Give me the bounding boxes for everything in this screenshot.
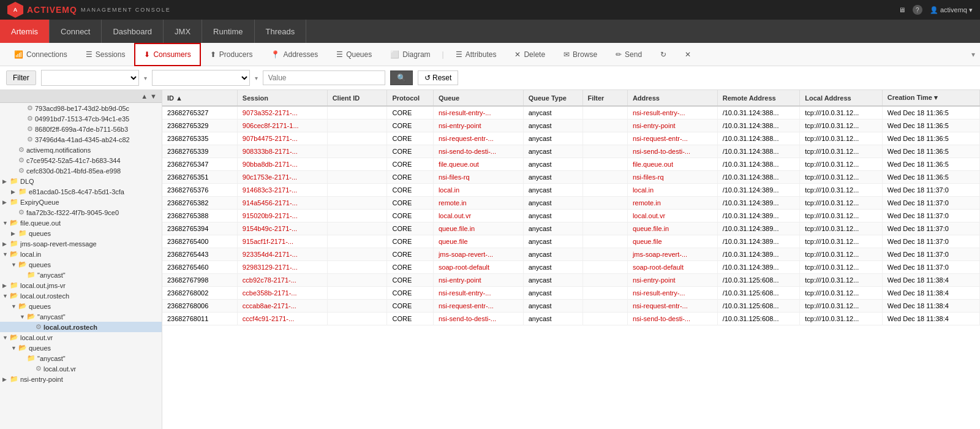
tab-producers[interactable]: ⬆ Producers [201, 43, 262, 66]
table-cell[interactable]: nsi-entry-point [627, 120, 717, 132]
sidebar-item-anycast2[interactable]: ▼ 📂 "anycast" [0, 311, 162, 322]
table-cell[interactable]: nsi-result-entry-... [627, 106, 717, 120]
sidebar-item-jmssoap[interactable]: ▶ 📁 jms-soap-revert-message [0, 238, 162, 249]
table-cell[interactable]: 915acf1f-2171-... [237, 235, 327, 248]
col-header-session[interactable]: Session [237, 90, 327, 106]
table-row[interactable]: 23682768006cccab8ae-2171-...COREnsi-requ… [162, 300, 980, 313]
table-cell[interactable]: 90bba8db-2171-... [237, 158, 327, 171]
table-cell[interactable]: nsi-files-rq [627, 171, 717, 184]
sidebar-item-localoutvr-leaf[interactable]: ⚙ local.out.vr [0, 363, 162, 374]
table-row[interactable]: 23682765443923354d4-2171-...COREjms-soap… [162, 248, 980, 261]
table-cell[interactable]: 915020b9-2171-... [237, 210, 327, 222]
table-cell[interactable]: 907b4475-2171-... [237, 132, 327, 145]
nav-connect[interactable]: Connect [50, 20, 102, 43]
sidebar-item-c7ce[interactable]: ⚙ c7ce9542-52a5-41c7-b683-344 [0, 155, 162, 165]
table-cell[interactable]: nsi-request-entr-... [627, 300, 717, 313]
table-cell[interactable]: queue.file.in [433, 222, 523, 235]
tab-diagram[interactable]: ⬜ Diagram [381, 43, 439, 66]
nav-jmx[interactable]: JMX [164, 20, 202, 43]
table-cell[interactable]: file.queue.out [433, 158, 523, 171]
help-icon[interactable]: ? [913, 5, 922, 15]
table-cell[interactable]: queue.file [433, 235, 523, 248]
tab-addresses[interactable]: 📍 Addresses [262, 43, 327, 66]
col-header-id[interactable]: ID ▲ [162, 90, 237, 106]
sidebar-item-gear2[interactable]: ⚙ 04991bd7-1513-47cb-94c1-e35 [0, 113, 162, 124]
table-row[interactable]: 23682765382914a5456-2171-...COREremote.i… [162, 197, 980, 210]
tab-connections[interactable]: 📶 Connections [5, 43, 77, 66]
table-cell[interactable]: nsi-entry-point [433, 274, 523, 287]
table-cell[interactable]: nsi-send-to-desti-... [433, 313, 523, 325]
table-row[interactable]: 2368276546092983129-2171-...COREsoap-roo… [162, 261, 980, 274]
table-row[interactable]: 236827653949154b49c-2171-...COREqueue.fi… [162, 222, 980, 235]
sidebar-item-anycast3[interactable]: 📁 "anycast" [0, 353, 162, 363]
table-cell[interactable]: queue.file.in [627, 222, 717, 235]
nav-threads[interactable]: Threads [255, 20, 307, 43]
sidebar-item-gear4[interactable]: ⚙ 37496d4a-41ad-4345-ab24-c82 [0, 134, 162, 145]
table-cell[interactable]: soap-root-default [627, 261, 717, 274]
tab-send[interactable]: ✏ Send [606, 43, 651, 66]
sidebar-item-dlq[interactable]: ▶ 📁 DLQ [0, 176, 162, 186]
table-cell[interactable]: 92983129-2171-... [237, 261, 327, 274]
table-cell[interactable]: local.in [433, 184, 523, 197]
monitor-icon[interactable]: 🖥 [899, 6, 905, 13]
tab-delete[interactable]: ✕ Delete [505, 43, 554, 66]
table-cell[interactable]: nsi-result-entry-... [433, 106, 523, 120]
table-cell[interactable]: 914683c3-2171-... [237, 184, 327, 197]
tab-consumers[interactable]: ⬇ Consumers [134, 43, 200, 66]
table-cell[interactable]: 906cec8f-2171-1... [237, 120, 327, 132]
table-cell[interactable]: remote.in [627, 197, 717, 210]
table-cell[interactable]: 914a5456-2171-... [237, 197, 327, 210]
tab-queues[interactable]: ☰ Queues [327, 43, 381, 66]
sidebar-item-gear1[interactable]: ⚙ 793acd98-be17-43d2-bb9d-05c [0, 103, 162, 113]
sidebar-item-localoutvr[interactable]: ▶ 📁 local.out.jms-vr [0, 280, 162, 290]
nav-dashboard[interactable]: Dashboard [102, 20, 164, 43]
sidebar-item-faa7[interactable]: ⚙ faa72b3c-f322-4f7b-9045-9ce0 [0, 207, 162, 218]
sidebar-item-queues1[interactable]: ▶ 📁 queues [0, 228, 162, 238]
filter-reset-button[interactable]: ↺ Reset [418, 70, 459, 85]
table-cell[interactable]: jms-soap-revert-... [433, 248, 523, 261]
sidebar-item-activemq[interactable]: ⚙ activemq.notifications [0, 145, 162, 155]
filter-op-select[interactable] [152, 70, 250, 86]
col-header-remote[interactable]: Remote Address [717, 90, 800, 106]
table-row[interactable]: 23682768002ccbe358b-2171-...COREnsi-resu… [162, 287, 980, 300]
table-cell[interactable]: local.in [627, 184, 717, 197]
table-row[interactable]: 2368276535190c1753e-2171-...COREnsi-file… [162, 171, 980, 184]
sidebar-item-nsientrypoint[interactable]: ▶ 📁 nsi-entry-point [0, 374, 162, 384]
col-header-local[interactable]: Local Address [800, 90, 883, 106]
col-header-protocol[interactable]: Protocol [387, 90, 433, 106]
sidebar-item-gear3[interactable]: ⚙ 8680f2ff-699a-47de-b711-56b3 [0, 124, 162, 134]
table-cell[interactable]: nsi-files-rq [433, 171, 523, 184]
table-cell[interactable]: cccab8ae-2171-... [237, 300, 327, 313]
table-row[interactable]: 23682765400915acf1f-2171-...COREqueue.fi… [162, 235, 980, 248]
nav-artemis[interactable]: Artemis [0, 20, 50, 43]
tab-close[interactable]: ✕ [676, 43, 700, 66]
table-cell[interactable]: nsi-send-to-desti-... [627, 145, 717, 158]
table-cell[interactable]: nsi-send-to-desti-... [433, 145, 523, 158]
table-cell[interactable]: local.out.vr [433, 210, 523, 222]
table-row[interactable]: 23682767998ccb92c78-2171-...COREnsi-entr… [162, 274, 980, 287]
tab-attributes[interactable]: ☰ Attributes [447, 43, 506, 66]
filter-field-select[interactable] [41, 70, 139, 86]
sidebar-item-queues3[interactable]: ▼ 📂 queues [0, 301, 162, 311]
table-cell[interactable]: nsi-request-entr-... [433, 132, 523, 145]
table-row[interactable]: 236827653279073a352-2171-...COREnsi-resu… [162, 106, 980, 120]
filter-value-input[interactable] [263, 70, 385, 85]
col-header-address[interactable]: Address [627, 90, 717, 106]
table-row[interactable]: 23682765376914683c3-2171-...CORElocal.in… [162, 184, 980, 197]
sidebar-item-localin[interactable]: ▼ 📂 local.in [0, 249, 162, 259]
sidebar-expand-btn[interactable]: ▼ [150, 93, 157, 100]
table-cell[interactable]: nsi-request-entr-... [433, 300, 523, 313]
sidebar-item-expiry[interactable]: ▶ 📁 ExpiryQueue [0, 197, 162, 207]
col-header-queue[interactable]: Queue [433, 90, 523, 106]
sidebar-item-queues4[interactable]: ▼ 📂 queues [0, 343, 162, 353]
table-row[interactable]: 23682765388915020b9-2171-...CORElocal.ou… [162, 210, 980, 222]
table-cell[interactable]: nsi-entry-point [627, 274, 717, 287]
col-header-creation[interactable]: Creation Time ▾ [882, 90, 979, 106]
table-row[interactable]: 23682765335907b4475-2171-...COREnsi-requ… [162, 132, 980, 145]
nav-runtime[interactable]: Runtime [202, 20, 254, 43]
table-cell[interactable]: local.out.vr [627, 210, 717, 222]
sidebar-item-localoutrostech[interactable]: ▼ 📂 local.out.rostech [0, 290, 162, 301]
table-cell[interactable]: 908333b8-2171-... [237, 145, 327, 158]
table-cell[interactable]: remote.in [433, 197, 523, 210]
table-cell[interactable]: file.queue.out [627, 158, 717, 171]
